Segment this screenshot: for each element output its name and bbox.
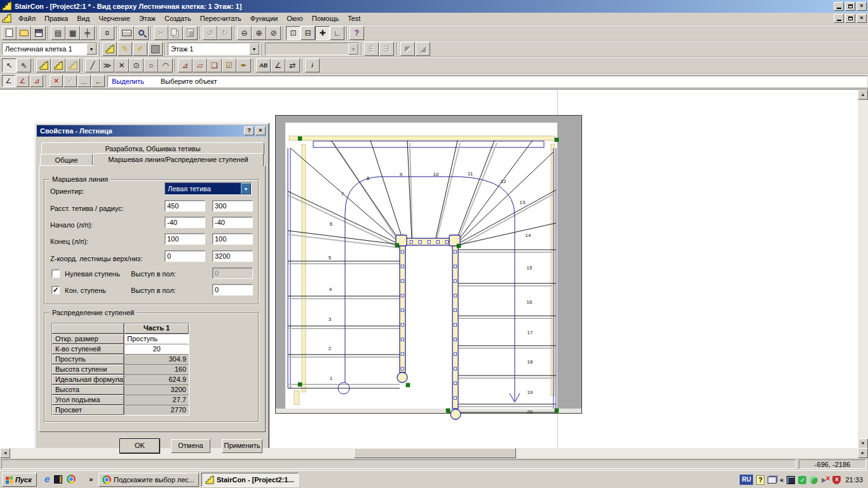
mdi-restore-button[interactable] (845, 14, 855, 23)
snap-middle-button[interactable]: ⊟ (301, 26, 315, 40)
menu-item-вид[interactable]: Вид (72, 13, 94, 24)
messenger-tray-icon[interactable] (810, 476, 818, 484)
open-file-button[interactable] (17, 26, 31, 40)
zoom-dynamic-button[interactable]: ⊕ (252, 26, 266, 40)
more-button[interactable]: … (78, 75, 91, 87)
stair-plan-drawing[interactable]: 1234567891011121314151617181920 (275, 115, 582, 420)
checkbox-end-step[interactable]: ✓ (51, 286, 60, 294)
menu-item-пересчитать[interactable]: Пересчитать (196, 13, 246, 24)
apply-button[interactable]: Применить (222, 439, 262, 453)
menu-item-черчение[interactable]: Черчение (94, 13, 135, 24)
cancel-button[interactable]: Отмена (171, 439, 210, 453)
measure-info-button[interactable]: i (305, 58, 320, 72)
zoom-out-button[interactable]: ⊖ (237, 26, 252, 40)
snap-grid-button[interactable]: ⊡ (286, 26, 301, 40)
mdi-minimize-button[interactable] (834, 14, 844, 23)
minimize-button[interactable] (834, 2, 844, 11)
select-tool-button[interactable]: ↖ (2, 58, 17, 72)
security-alert-icon[interactable]: × (832, 476, 841, 484)
internet-explorer-icon[interactable]: e (44, 475, 50, 484)
orient-select[interactable]: Левая тетива▼ (165, 182, 252, 195)
chevron-down-icon[interactable]: ▼ (249, 43, 259, 55)
plane-tool-button[interactable]: ✐ (133, 42, 147, 56)
menu-item-файл[interactable]: Файл (14, 13, 40, 24)
cancel-command-button[interactable]: ✕ (50, 75, 63, 87)
text-tool-button[interactable]: AB (256, 58, 271, 72)
start-button[interactable]: Пуск (2, 473, 37, 487)
table-row-value-0[interactable]: Проступь (125, 334, 189, 344)
marker-tool-button[interactable]: ✎ (118, 42, 132, 56)
menu-item-создать[interactable]: Создать (160, 13, 196, 24)
language-indicator[interactable]: RU (740, 475, 753, 485)
print-preview-button[interactable] (134, 26, 149, 40)
edit-copy-button[interactable]: ❏ (207, 58, 222, 72)
sticky-note-icon[interactable]: ? (756, 475, 764, 485)
scroll-up-icon[interactable]: ▲ (858, 90, 868, 100)
field-3-right[interactable] (212, 250, 253, 262)
table-row-value-1[interactable]: 20 (125, 344, 189, 354)
circle-tool-button[interactable]: ○ (144, 58, 158, 72)
line-tool-button[interactable]: ╱ (85, 58, 100, 72)
edit-contour-button[interactable]: ⊿ (178, 58, 193, 72)
project-data-button[interactable]: ▤ (51, 26, 65, 40)
edit-arc-mode-button[interactable]: ∠ (16, 75, 29, 87)
circle-center-tool-button[interactable]: ⊙ (129, 58, 144, 72)
parallel-tool-button[interactable]: ≫ (100, 58, 114, 72)
close-button[interactable]: × (857, 2, 867, 11)
staircase-select[interactable]: Лестничная клетка 1 ▼ (2, 43, 97, 55)
chrome-icon[interactable] (67, 475, 76, 484)
tray-collapse-chevron[interactable]: « (780, 476, 783, 484)
menu-item-окно[interactable]: Окно (282, 13, 308, 24)
new-file-button[interactable] (2, 26, 17, 40)
scroll-right-icon[interactable]: ► (858, 448, 868, 458)
field-3-left[interactable] (165, 250, 205, 262)
angle-dim-button[interactable]: ∠ (271, 58, 285, 72)
menu-item-правка[interactable]: Правка (40, 13, 72, 24)
color-swatch-button[interactable] (148, 42, 163, 56)
floor-select[interactable]: Этаж 1 ▼ (168, 43, 260, 55)
price-calc-button[interactable]: ¤ (100, 26, 114, 40)
drawing-workspace[interactable]: 1234567891011121314151617181920 Свойства… (0, 89, 868, 448)
snap-point-button[interactable]: ✚ (315, 26, 330, 40)
ortho-button[interactable]: ∟ (330, 26, 344, 40)
edit-angle-mode-button[interactable]: ⊿ (30, 75, 43, 87)
select-zoom-tool-button[interactable]: ⇖ (17, 58, 31, 72)
edit-sheet-button[interactable]: ▱ (193, 58, 207, 72)
field-0-right[interactable] (212, 200, 253, 212)
save-button[interactable] (31, 26, 46, 40)
field-1-left[interactable] (165, 217, 205, 228)
edit-confirm-button[interactable]: ☑ (222, 58, 236, 72)
menu-item-этаж[interactable]: Этаж (135, 13, 160, 24)
scrollbar-thumb[interactable] (354, 448, 516, 458)
window-switcher-icon[interactable] (768, 477, 776, 484)
dim-tool-button[interactable]: ⇄ (285, 58, 300, 72)
help-button[interactable]: ? (349, 26, 364, 40)
quick-launch-overflow-chevron[interactable]: » (89, 475, 93, 483)
checkbox-zero-step[interactable] (51, 269, 60, 278)
arc-tool-button[interactable]: ◠ (158, 58, 173, 72)
field-2-right[interactable] (212, 233, 253, 245)
stair-tool-button[interactable] (36, 58, 51, 72)
taskbar-task-browser[interactable]: Подскажите выбор лес... (98, 473, 199, 487)
edit-pencil-button[interactable]: ✒ (236, 58, 251, 72)
parts-list-button[interactable]: ▦ (65, 26, 80, 40)
field-0-left[interactable] (165, 200, 205, 212)
media-player-icon[interactable] (54, 475, 62, 484)
staircase-tool-button[interactable] (102, 42, 117, 56)
protrusion-field-end-step[interactable] (212, 284, 253, 295)
chevron-down-icon[interactable]: ▼ (86, 43, 97, 55)
settings-button[interactable]: ╪ (80, 26, 95, 40)
menu-item-помощь[interactable]: Помощь (308, 13, 344, 24)
chevron-down-icon[interactable]: ▼ (241, 183, 251, 194)
update-check-tray-icon[interactable]: ✓ (798, 476, 806, 484)
field-1-right[interactable] (212, 217, 253, 228)
scroll-left-icon[interactable]: ◄ (0, 448, 10, 458)
muted-speaker-icon[interactable] (821, 476, 829, 484)
vertical-scrollbar[interactable]: ▲ ▼ (858, 90, 868, 449)
intersect-tool-button[interactable]: ✕ (114, 58, 129, 72)
ok-button[interactable]: OK (120, 439, 159, 453)
taskbar-task-staircon[interactable]: StairCon - [Project2:1... (201, 473, 299, 487)
mdi-close-button[interactable]: × (857, 14, 867, 23)
scroll-down-icon[interactable]: ▼ (858, 438, 868, 449)
menu-item-функции[interactable]: Функции (246, 13, 282, 24)
